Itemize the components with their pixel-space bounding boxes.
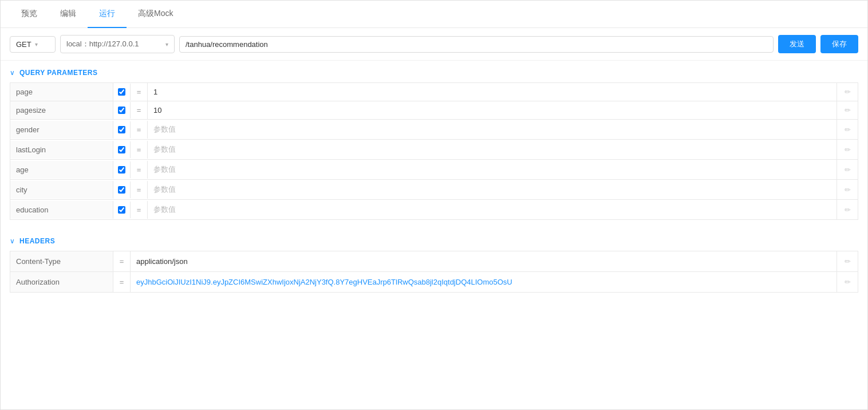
param-value-pagesize[interactable]: 10 (148, 101, 837, 119)
header-value-content-type[interactable]: application/json (131, 251, 837, 271)
param-edit-gender[interactable]: ✏ (837, 121, 858, 139)
param-check-education[interactable] (113, 202, 131, 218)
param-eq-pagesize: = (131, 101, 148, 119)
header-row-authorization: Authorization = eyJhbGciOiJIUzI1NiJ9.eyJ… (10, 271, 858, 293)
param-eq-lastlogin: = (131, 141, 148, 159)
param-row-lastlogin: lastLogin = 参数值 ✏ (10, 139, 858, 159)
headers-section-header[interactable]: ∨ HEADERS (10, 229, 858, 251)
param-check-gender[interactable] (113, 121, 131, 138)
param-edit-city[interactable]: ✏ (837, 181, 858, 199)
save-button[interactable]: 保存 (820, 35, 858, 53)
param-value-lastlogin[interactable]: 参数值 (148, 140, 837, 159)
main-container: 预览 编辑 运行 高级Mock GET ▾ local：http://127.0… (0, 0, 868, 410)
param-check-city[interactable] (113, 182, 131, 198)
param-name-gender: gender (10, 121, 113, 139)
header-edit-authorization[interactable]: ✏ (837, 272, 858, 292)
param-name-city: city (10, 181, 113, 199)
param-eq-page: = (131, 83, 148, 101)
tab-preview[interactable]: 预览 (10, 1, 49, 28)
path-input[interactable] (179, 36, 774, 53)
header-value-authorization[interactable]: eyJhbGciOiJIUzI1NiJ9.eyJpZCI6MSwiZXhwIjo… (131, 272, 837, 292)
param-check-page[interactable] (113, 84, 131, 100)
param-value-age[interactable]: 参数值 (148, 160, 837, 179)
param-checkbox-page[interactable] (118, 88, 125, 96)
tab-run[interactable]: 运行 (88, 1, 127, 28)
param-row-age: age = 参数值 ✏ (10, 159, 858, 179)
param-edit-page[interactable]: ✏ (837, 83, 858, 101)
base-url-label: local：http://127.0.0.1 (66, 39, 139, 49)
toolbar: GET ▾ local：http://127.0.0.1 ▾ 发送 保存 (1, 28, 867, 61)
param-checkbox-pagesize[interactable] (118, 107, 125, 114)
header-edit-content-type[interactable]: ✏ (837, 251, 858, 271)
param-checkbox-lastlogin[interactable] (118, 146, 125, 153)
query-params-section: ∨ QUERY PARAMETERS page = 1 ✏ pagesize =… (1, 61, 867, 229)
headers-chevron-icon: ∨ (10, 237, 15, 245)
param-checkbox-gender[interactable] (118, 126, 125, 133)
param-edit-lastlogin[interactable]: ✏ (837, 141, 858, 159)
param-name-lastlogin: lastLogin (10, 141, 113, 159)
query-params-content: page = 1 ✏ pagesize = 10 ✏ gender = 参数值 … (10, 82, 858, 229)
param-check-age[interactable] (113, 161, 131, 178)
param-check-lastlogin[interactable] (113, 141, 131, 158)
param-edit-age[interactable]: ✏ (837, 161, 858, 179)
headers-section: ∨ HEADERS Content-Type = application/jso… (1, 229, 867, 302)
header-name-content-type: Content-Type (10, 251, 113, 271)
query-params-header[interactable]: ∨ QUERY PARAMETERS (10, 61, 858, 82)
headers-content: Content-Type = application/json ✏ Author… (10, 251, 858, 302)
base-url-chevron-icon: ▾ (165, 41, 168, 48)
param-eq-age: = (131, 161, 148, 179)
param-name-age: age (10, 161, 113, 179)
method-select[interactable]: GET ▾ (10, 36, 56, 53)
method-chevron-icon: ▾ (35, 41, 38, 48)
query-params-title: QUERY PARAMETERS (19, 69, 97, 77)
header-row-content-type: Content-Type = application/json ✏ (10, 251, 858, 271)
tab-bar: 预览 编辑 运行 高级Mock (1, 1, 867, 28)
param-eq-city: = (131, 181, 148, 199)
tab-edit[interactable]: 编辑 (49, 1, 88, 28)
param-name-pagesize: pagesize (10, 101, 113, 119)
param-check-pagesize[interactable] (113, 102, 131, 119)
query-params-chevron-icon: ∨ (10, 69, 15, 77)
param-eq-education: = (131, 201, 148, 219)
header-name-authorization: Authorization (10, 272, 113, 292)
header-eq-content-type: = (113, 251, 131, 271)
param-row-pagesize: pagesize = 10 ✏ (10, 101, 858, 119)
param-edit-education[interactable]: ✏ (837, 201, 858, 219)
param-row-gender: gender = 参数值 ✏ (10, 119, 858, 139)
param-value-page[interactable]: 1 (148, 83, 837, 101)
method-label: GET (16, 40, 31, 49)
param-row-city: city = 参数值 ✏ (10, 179, 858, 199)
headers-title: HEADERS (19, 237, 55, 245)
base-url-select[interactable]: local：http://127.0.0.1 ▾ (60, 35, 175, 53)
param-value-city[interactable]: 参数值 (148, 180, 837, 199)
param-checkbox-age[interactable] (118, 166, 125, 174)
param-eq-gender: = (131, 121, 148, 139)
param-row-education: education = 参数值 ✏ (10, 199, 858, 220)
param-name-page: page (10, 83, 113, 101)
param-checkbox-city[interactable] (118, 186, 125, 194)
param-edit-pagesize[interactable]: ✏ (837, 101, 858, 119)
header-eq-authorization: = (113, 272, 131, 292)
param-row-page: page = 1 ✏ (10, 82, 858, 101)
param-value-education[interactable]: 参数值 (148, 200, 837, 219)
param-checkbox-education[interactable] (118, 206, 125, 214)
tab-advanced-mock[interactable]: 高级Mock (127, 1, 184, 28)
param-name-education: education (10, 201, 113, 219)
send-button[interactable]: 发送 (778, 35, 816, 53)
param-value-gender[interactable]: 参数值 (148, 120, 837, 139)
